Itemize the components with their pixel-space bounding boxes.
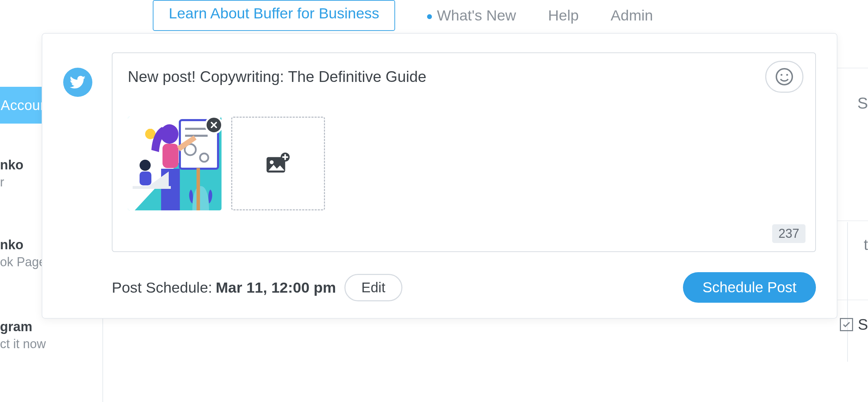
sidebar-account-subtitle: ct it now (0, 336, 104, 353)
network-twitter-badge[interactable] (63, 68, 92, 97)
schedule-post-button[interactable]: Schedule Post (683, 272, 816, 303)
composer-footer: Post Schedule: Mar 11, 12:00 pm Edit Sch… (112, 272, 816, 303)
schedule-date: Mar 11, 12:00 pm (216, 279, 336, 296)
check-icon (842, 320, 851, 329)
attached-image-thumb[interactable] (128, 117, 222, 210)
nav-admin-link[interactable]: Admin (611, 7, 653, 24)
svg-rect-13 (161, 169, 180, 210)
edge-label-right-mid: t (864, 236, 868, 253)
emoji-picker-button[interactable] (765, 61, 803, 93)
schedule-label: Post Schedule: (112, 279, 212, 296)
edit-schedule-button[interactable]: Edit (344, 274, 402, 301)
attachments-row (128, 117, 800, 210)
close-icon (210, 121, 218, 129)
remove-image-button[interactable] (205, 116, 223, 134)
svg-point-1 (781, 74, 782, 76)
add-image-button[interactable] (231, 117, 325, 210)
nav-whats-new-label: What's New (437, 7, 516, 24)
dot-icon (427, 14, 432, 19)
character-count: 237 (772, 224, 806, 243)
nav-whats-new-link[interactable]: What's New (427, 7, 516, 24)
edge-label-right-top: S (857, 94, 868, 112)
svg-point-14 (140, 160, 151, 171)
checkbox[interactable] (840, 318, 853, 331)
post-text-input[interactable]: New post! Copywriting: The Definitive Gu… (128, 66, 734, 87)
svg-rect-18 (197, 168, 200, 210)
layout-divider-vertical (847, 222, 848, 362)
post-composer-modal: New post! Copywriting: The Definitive Gu… (42, 33, 837, 319)
svg-rect-15 (140, 171, 151, 185)
svg-rect-16 (133, 186, 171, 189)
twitter-icon (69, 74, 86, 91)
svg-point-0 (776, 69, 792, 85)
svg-point-20 (270, 160, 274, 164)
sidebar-account-item[interactable]: gram ct it now (0, 318, 104, 353)
nav-help-link[interactable]: Help (548, 7, 578, 24)
nav-buffer-business-link[interactable]: Learn About Buffer for Business (153, 0, 395, 31)
smile-icon (775, 67, 794, 86)
svg-point-2 (786, 74, 788, 76)
sidebar-account-title: gram (0, 318, 104, 336)
edge-label-right-bottom: S (858, 316, 868, 333)
post-text-container: New post! Copywriting: The Definitive Gu… (112, 52, 816, 252)
svg-rect-12 (162, 144, 178, 168)
image-add-icon (265, 152, 291, 175)
edge-select-row: S (840, 316, 868, 333)
top-nav: Learn About Buffer for Business What's N… (153, 0, 653, 31)
